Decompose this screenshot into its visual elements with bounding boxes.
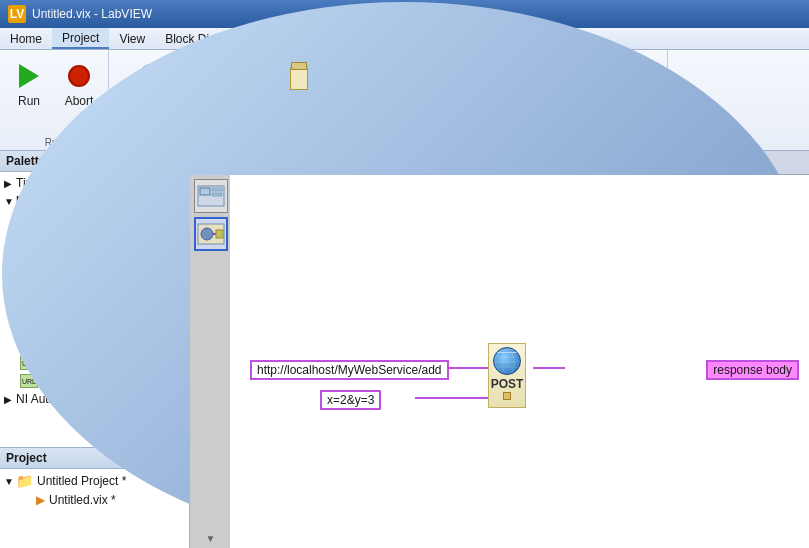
menu-item-project[interactable]: Project <box>52 28 109 49</box>
post-vi-globe-icon <box>493 347 521 375</box>
response-indicator: response body <box>706 360 799 380</box>
abort-icon <box>63 60 95 92</box>
right-content: Welcome Untitled.vix * <box>190 151 809 548</box>
svg-rect-16 <box>200 188 210 195</box>
ribbon-group-front-panel: Make Default Load Default Front Panel Va… <box>109 50 270 150</box>
url-constant[interactable]: http://localhost/MyWebService/add <box>250 360 449 380</box>
project-item-untitled-vix-label: Untitled.vix * <box>49 493 116 507</box>
run-button[interactable]: Run <box>6 56 52 112</box>
svg-point-20 <box>201 228 213 240</box>
diagram-area: ▼ http://localhost/MyWebService/add <box>190 175 809 548</box>
ribbon: Run Abort Run Make Default <box>0 50 809 151</box>
post-vi-connector <box>503 392 511 400</box>
thumbnail-scroll-down[interactable]: ▼ <box>194 533 227 544</box>
project-title: Project <box>6 451 47 465</box>
thumb-front-panel[interactable] <box>194 179 228 213</box>
post-vi-label: POST <box>491 377 524 391</box>
menu-item-home[interactable]: Home <box>0 28 52 49</box>
project-item-untitled-vix[interactable]: ▶ Untitled.vix * <box>0 491 189 509</box>
svg-rect-21 <box>216 230 223 238</box>
thumb-block-diagram[interactable] <box>194 217 228 251</box>
block-diagram-canvas: http://localhost/MyWebService/add x=2&y=… <box>230 175 809 548</box>
project-folder-arrow: ▼ <box>4 476 16 487</box>
post-vi-node[interactable]: POST <box>488 343 526 408</box>
window-title: Untitled.vix - LabVIEW <box>32 7 152 21</box>
thumbnail-panel: ▼ <box>190 175 232 548</box>
load-default-button[interactable]: Load Default <box>192 56 263 109</box>
project-item-untitled-project-label: Untitled Project * <box>37 474 126 488</box>
svg-rect-17 <box>212 188 222 191</box>
ni-auth-arrow: ▶ <box>4 394 16 405</box>
load-default-icon <box>211 60 243 92</box>
vi-icon: ▶ <box>36 493 45 507</box>
svg-rect-18 <box>212 193 222 196</box>
params-constant[interactable]: x=2&y=3 <box>320 390 381 410</box>
folder-icon: 📁 <box>16 473 33 489</box>
run-icon <box>13 60 45 92</box>
timing-arrow: ▶ <box>4 178 16 189</box>
app-icon: LV <box>8 5 26 23</box>
menu-item-view[interactable]: View <box>109 28 155 49</box>
